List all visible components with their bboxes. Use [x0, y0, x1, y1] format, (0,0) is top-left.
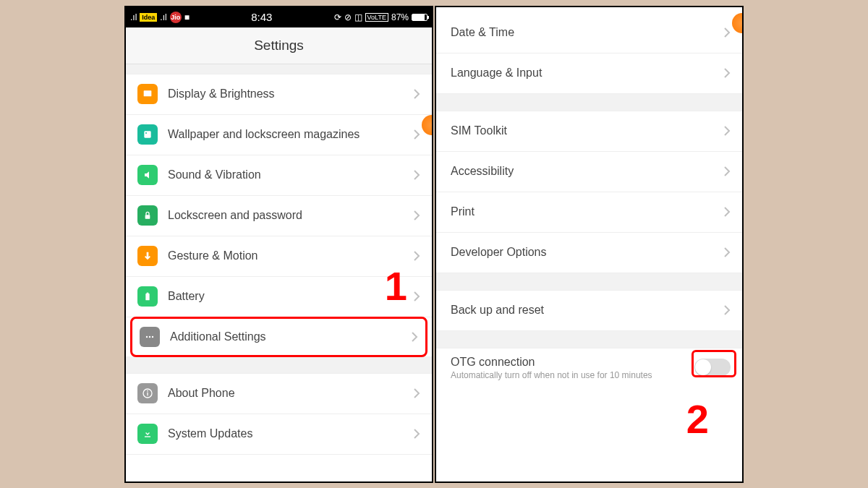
row-label: Battery [168, 290, 413, 303]
row-label: Wallpaper and lockscreen magazines [168, 128, 413, 141]
row-print[interactable]: Print [436, 192, 742, 233]
row-label: Sound & Vibration [168, 168, 413, 181]
svg-point-11 [147, 390, 148, 392]
page-title: Settings [126, 27, 432, 64]
row-about-phone[interactable]: About Phone [126, 374, 432, 414]
chevron-right-icon [411, 331, 418, 343]
chevron-right-icon [723, 247, 731, 258]
chevron-right-icon [413, 210, 420, 221]
row-label: Additional Settings [170, 330, 411, 343]
gesture-icon [137, 246, 158, 266]
sync-icon: ⟳ [334, 12, 341, 22]
lock-icon [137, 205, 158, 226]
svg-rect-12 [145, 436, 150, 437]
carrier-badge-jio: Jio [170, 12, 182, 23]
svg-point-8 [152, 335, 153, 337]
row-label: Developer Options [451, 246, 723, 259]
otg-title: OTG connection [451, 356, 694, 369]
annotation-highlight-2 [692, 350, 736, 377]
update-icon [137, 424, 158, 444]
chevron-right-icon [413, 88, 420, 100]
info-icon [137, 383, 158, 403]
chevron-right-icon [413, 169, 420, 181]
cast-icon: ◫ [354, 12, 362, 22]
chevron-right-icon [723, 125, 731, 137]
row-additional-settings[interactable]: Additional Settings [130, 317, 427, 357]
chevron-right-icon [413, 388, 420, 399]
row-label: System Updates [168, 427, 413, 440]
row-label: Gesture & Motion [168, 249, 413, 262]
chevron-right-icon [413, 428, 420, 440]
dnd-icon: ⊘ [344, 12, 352, 22]
row-backup-reset[interactable]: Back up and reset [436, 291, 742, 331]
row-wallpaper[interactable]: Wallpaper and lockscreen magazines [126, 115, 432, 155]
row-sim-toolkit[interactable]: SIM Toolkit [436, 111, 742, 152]
row-label: Display & Brightness [168, 87, 413, 100]
row-system-updates[interactable]: System Updates [126, 414, 432, 455]
chevron-right-icon [413, 129, 420, 140]
row-lockscreen-password[interactable]: Lockscreen and password [126, 196, 432, 236]
row-display-brightness[interactable]: Display & Brightness [126, 74, 432, 115]
signal-icon: .ıl [130, 12, 137, 22]
annotation-2: 2 [686, 395, 709, 442]
svg-point-6 [146, 335, 148, 337]
signal-icon: .ıl [160, 12, 166, 22]
sound-icon [137, 165, 158, 185]
row-label: Language & Input [451, 67, 723, 80]
row-label: SIM Toolkit [451, 124, 723, 137]
svg-rect-0 [144, 90, 152, 96]
row-otg-connection[interactable]: OTG connection Automatically turn off wh… [436, 348, 742, 385]
row-label: About Phone [168, 387, 413, 400]
battery-percentage: 87% [391, 12, 409, 22]
chevron-right-icon [723, 27, 731, 38]
chevron-right-icon [723, 67, 731, 79]
svg-rect-5 [147, 293, 149, 294]
row-developer-options[interactable]: Developer Options [436, 233, 742, 273]
chevron-right-icon [723, 166, 731, 177]
battery-row-icon [137, 286, 158, 307]
svg-rect-10 [147, 393, 148, 396]
row-label: Date & Time [451, 26, 723, 39]
chevron-right-icon [413, 250, 420, 262]
chevron-right-icon [723, 304, 731, 316]
row-language-input[interactable]: Language & Input [436, 53, 742, 94]
row-label: Back up and reset [451, 304, 723, 317]
battery-icon [412, 14, 427, 21]
svg-rect-3 [145, 215, 150, 218]
row-label: Lockscreen and password [168, 209, 413, 222]
row-accessibility[interactable]: Accessibility [436, 152, 742, 192]
status-time: 8:43 [251, 11, 272, 23]
chevron-right-icon [723, 206, 731, 218]
row-sound-vibration[interactable]: Sound & Vibration [126, 155, 432, 196]
status-bar: .ıl Idea .ıl Jio ■ 8:43 ⟳ ⊘ ◫ VoLTE 87% [126, 7, 432, 27]
annotation-1: 1 [385, 262, 407, 309]
carrier-badge-idea: Idea [140, 13, 157, 22]
svg-point-7 [149, 335, 150, 337]
phone-screenshot-1: .ıl Idea .ıl Jio ■ 8:43 ⟳ ⊘ ◫ VoLTE 87% … [124, 6, 433, 483]
phone-screenshot-2: Date & Time Language & Input SIM Toolkit… [435, 6, 744, 483]
display-icon [137, 84, 158, 104]
more-icon [140, 327, 160, 347]
video-icon: ■ [184, 12, 190, 22]
chevron-right-icon [413, 291, 420, 302]
svg-rect-1 [144, 131, 150, 137]
volte-badge: VoLTE [365, 13, 388, 22]
otg-subtitle: Automatically turn off when not in use f… [451, 370, 694, 380]
row-label: Print [451, 205, 723, 218]
row-date-time[interactable]: Date & Time [436, 13, 742, 53]
row-label: Accessibility [451, 165, 723, 178]
wallpaper-icon [137, 124, 158, 145]
svg-rect-4 [145, 294, 149, 300]
svg-point-2 [145, 132, 147, 134]
